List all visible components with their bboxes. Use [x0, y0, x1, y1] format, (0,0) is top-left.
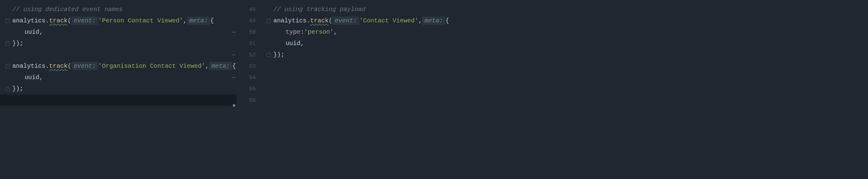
left-code-area[interactable]: // using dedicated event names analytics…: [0, 0, 237, 106]
paren: (: [68, 63, 71, 70]
string-literal: 'Contact Viewed': [359, 17, 418, 24]
dot: .: [307, 17, 310, 24]
brace: {: [210, 17, 214, 24]
object-ref: analytics: [273, 17, 307, 24]
line-number-text: 48: [249, 6, 255, 12]
line-number-text: 49: [249, 18, 255, 24]
code-line: // using tracking payload: [261, 4, 868, 15]
comma: ,: [39, 29, 43, 36]
left-pane: // using dedicated event names analytics…: [0, 0, 237, 179]
line-number[interactable]: 56: [237, 95, 261, 106]
code-line: analytics.track( event: 'Contact Viewed'…: [261, 15, 868, 26]
param-hint: event:: [71, 62, 98, 70]
dot: .: [45, 63, 49, 70]
line-number[interactable]: 55: [237, 83, 261, 95]
code-line: type: 'person',: [261, 26, 868, 38]
code-line: uuid,: [0, 72, 237, 83]
diff-marker: —: [232, 29, 236, 35]
prop-uuid: uuid: [25, 29, 39, 36]
string-literal: 'Person Contact Viewed': [98, 17, 183, 24]
object-ref: analytics: [12, 17, 45, 24]
comma: ,: [39, 74, 43, 81]
close-call: });: [12, 85, 23, 92]
method-name: track: [49, 17, 68, 24]
right-pane: // using tracking payload analytics.trac…: [261, 0, 868, 179]
line-number-text: 52: [249, 52, 255, 58]
object-ref: analytics: [12, 63, 45, 70]
code-line-highlighted: [0, 95, 237, 106]
prop-uuid: uuid: [25, 74, 39, 81]
param-hint: meta:: [422, 16, 445, 25]
line-number[interactable]: —50: [237, 26, 261, 38]
string-literal: 'person': [304, 29, 334, 36]
line-number-text: 54: [249, 74, 255, 81]
paren: (: [329, 17, 332, 24]
line-number[interactable]: —54: [237, 72, 261, 83]
code-line-empty: [0, 49, 237, 60]
diff-marker: —: [232, 52, 236, 58]
brace: {: [445, 17, 449, 24]
fold-icon[interactable]: [5, 64, 10, 68]
fold-icon[interactable]: [267, 53, 271, 57]
method-name: track: [310, 17, 329, 24]
comma: ,: [183, 17, 187, 24]
line-number-text: 55: [249, 86, 255, 92]
code-line: analytics.track( event: 'Person Contact …: [0, 15, 237, 26]
fold-icon[interactable]: [5, 19, 10, 23]
param-hint: meta:: [187, 16, 210, 25]
dot: .: [45, 17, 49, 24]
code-line: uuid,: [0, 26, 237, 38]
param-hint: event:: [332, 16, 359, 25]
line-number-text: 53: [249, 63, 255, 69]
line-number-text: 56: [249, 97, 255, 103]
caret-indicator: [233, 104, 235, 107]
brace: {: [232, 63, 236, 70]
close-call: });: [273, 51, 284, 58]
line-number-text: 51: [249, 40, 255, 46]
method-name: track: [49, 63, 68, 70]
code-line: // using dedicated event names: [0, 4, 237, 15]
right-code-area[interactable]: // using tracking payload analytics.trac…: [261, 0, 868, 60]
string-literal: 'Organisation Contact Viewed': [98, 63, 205, 70]
comment-text: // using dedicated event names: [12, 6, 123, 13]
diff-marker: —: [232, 74, 236, 81]
code-line: uuid,: [261, 38, 868, 49]
code-line: });: [0, 38, 237, 49]
comma: ,: [418, 17, 422, 24]
line-number-gutter: 48 49 —50 51 —52 53 —54 55 56: [237, 0, 261, 179]
comma: ,: [334, 29, 337, 36]
prop-uuid: uuid: [286, 40, 300, 47]
fold-icon[interactable]: [5, 41, 10, 46]
fold-icon[interactable]: [267, 19, 271, 23]
diff-view: // using dedicated event names analytics…: [0, 0, 868, 179]
code-line: });: [0, 83, 237, 95]
param-hint: event:: [71, 16, 98, 25]
code-line: analytics.track( event: 'Organisation Co…: [0, 60, 237, 72]
fold-icon[interactable]: [5, 87, 10, 91]
code-line: });: [261, 49, 868, 60]
line-number[interactable]: 51: [237, 38, 261, 49]
comma: ,: [205, 63, 209, 70]
param-hint: meta:: [209, 62, 232, 70]
line-number[interactable]: 53: [237, 60, 261, 72]
colon: :: [300, 29, 304, 36]
paren: (: [68, 17, 71, 24]
prop-type: type: [286, 29, 300, 36]
close-call: });: [12, 40, 23, 47]
comma: ,: [300, 40, 304, 47]
line-number[interactable]: 48: [237, 4, 261, 15]
line-number-text: 50: [249, 29, 255, 35]
line-number[interactable]: —52: [237, 49, 261, 60]
comment-text: // using tracking payload: [273, 6, 366, 13]
line-number[interactable]: 49: [237, 15, 261, 26]
